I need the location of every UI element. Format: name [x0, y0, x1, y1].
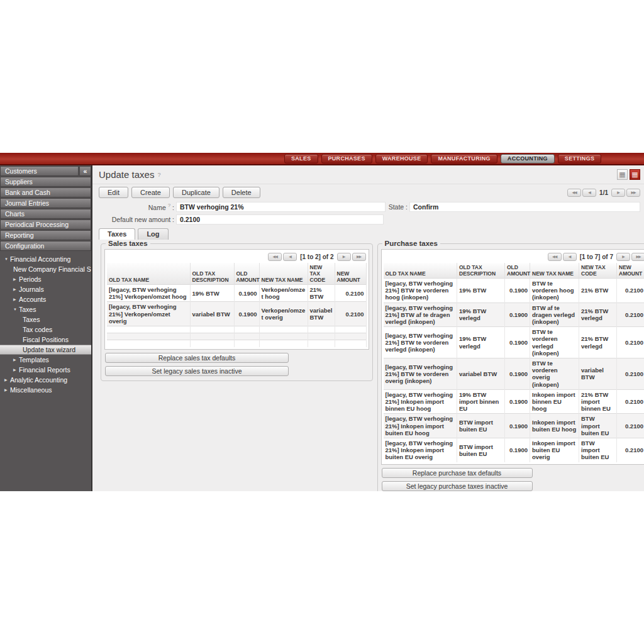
pager-prev-button[interactable]: ◀ — [563, 253, 577, 261]
column-header-new-amount[interactable]: NEW AMOUNT — [335, 263, 366, 285]
table-row[interactable]: [legacy, BTW verhoging 21%] BTW te vorde… — [384, 358, 644, 390]
sidebar-section-periodical-processing[interactable]: Periodical Processing — [0, 219, 91, 230]
sales-table-pager: ◀◀◀[1 to 2] of 2▶▶▶ — [107, 252, 367, 263]
menu-settings[interactable]: SETTINGS — [558, 154, 601, 164]
pager-first-button[interactable]: ◀◀ — [268, 253, 282, 261]
pager-first-button[interactable]: ◀◀ — [548, 253, 562, 261]
sidebar-section-row: Configuration — [0, 241, 91, 251]
pager-prev-button[interactable]: ◀ — [582, 189, 596, 197]
sidebar-section-configuration[interactable]: Configuration — [0, 241, 91, 251]
tab-log[interactable]: Log — [138, 228, 168, 240]
menu-accounting[interactable]: ACCOUNTING — [501, 154, 555, 164]
sidebar-section-charts[interactable]: Charts — [0, 209, 91, 219]
column-header-new-tax-code[interactable]: NEW TAX CODE — [579, 263, 617, 279]
sidebar-section-bank-and-cash[interactable]: Bank and Cash — [0, 187, 91, 197]
sidebar-item-templates[interactable]: ▶Templates — [0, 355, 91, 365]
amount-field-row: Default new amount : 0.2100 — [92, 214, 640, 225]
tab-taxes[interactable]: Taxes — [99, 228, 135, 240]
sales-taxes-panel: Sales taxes ◀◀◀[1 to 2] of 2▶▶▶ OLD TAX … — [101, 240, 373, 381]
replace-sales-tax-defaults-button[interactable]: Replace sales tax defaults — [105, 353, 289, 363]
set-legacy-sales-taxes-inactive-button[interactable]: Set legacy sales taxes inactive — [105, 366, 289, 376]
pager-label: [1 to 7] of 7 — [578, 253, 615, 260]
column-header-old-amount[interactable]: OLD AMOUNT — [505, 263, 530, 279]
app-body: Customers«SuppliersBank and CashJournal … — [0, 165, 644, 491]
pager-next-button[interactable]: ▶ — [337, 253, 351, 261]
edit-button[interactable]: Edit — [99, 187, 128, 198]
table-row[interactable]: [legacy, BTW verhoging 21%] BTW te vorde… — [384, 279, 644, 303]
form-view-icon[interactable]: ▦ — [630, 169, 640, 180]
table-row[interactable]: [legacy, BTW verhoging 21%] Verkopen/omz… — [107, 302, 366, 326]
cell — [335, 326, 366, 333]
table-row[interactable]: [legacy, BTW verhoging 21%] Verkopen/omz… — [107, 285, 366, 302]
pager-first-button[interactable]: ◀◀ — [567, 189, 581, 197]
sidebar-item-taxes[interactable]: ▼Taxes — [0, 304, 91, 314]
sidebar-section-row: Charts — [0, 209, 91, 219]
cell: 0.1900 — [505, 303, 530, 327]
state-input[interactable]: Confirm — [409, 202, 640, 212]
table-row[interactable]: [legacy, BTW verhoging 21%] Inkopen impo… — [384, 438, 644, 462]
column-header-new-tax-code[interactable]: NEW TAX CODE — [308, 263, 335, 285]
cell: 0.1900 — [505, 438, 530, 462]
pager-next-button[interactable]: ▶ — [611, 189, 625, 197]
sidebar-section-journal-entries[interactable]: Journal Entries — [0, 198, 91, 208]
page-title: Update taxes — [99, 169, 154, 180]
menu-warehouse[interactable]: WAREHOUSE — [375, 154, 428, 164]
table-row[interactable]: [legacy, BTW verhoging 21%] Inkopen impo… — [384, 414, 644, 438]
sales-panel-buttons: Replace sales tax defaultsSet legacy sal… — [104, 353, 369, 376]
column-header-old-tax-name[interactable]: OLD TAX NAME — [107, 263, 190, 285]
create-button[interactable]: Create — [131, 187, 170, 198]
pager-last-button[interactable]: ▶▶ — [631, 253, 644, 261]
table-row[interactable]: [legacy, BTW verhoging 21%] Inkopen impo… — [384, 389, 644, 414]
sidebar-item-periods[interactable]: ▶Periods — [0, 274, 91, 284]
cell — [259, 340, 308, 347]
sidebar-section-customers[interactable]: Customers — [0, 166, 79, 176]
column-header-new-tax-name[interactable]: NEW TAX NAME — [530, 263, 579, 279]
column-header-old-tax-description[interactable]: OLD TAX DESCRIPTION — [190, 263, 234, 285]
column-header-old-tax-name[interactable]: OLD TAX NAME — [384, 263, 457, 279]
pager-last-button[interactable]: ▶▶ — [626, 189, 640, 197]
cell: 0.2100 — [617, 327, 644, 358]
view-switcher: ▦ ▦ — [617, 169, 640, 180]
sidebar-section-suppliers[interactable]: Suppliers — [0, 177, 91, 187]
cell — [107, 340, 190, 347]
column-header-old-tax-description[interactable]: OLD TAX DESCRIPTION — [457, 263, 505, 279]
cell: Inkopen import buiten EU hoog — [530, 414, 579, 438]
list-view-icon[interactable]: ▦ — [617, 169, 628, 180]
sidebar-collapse-icon[interactable]: « — [79, 166, 91, 176]
table-row[interactable]: [legacy, BTW verhoging 21%] BTW af te dr… — [384, 303, 644, 327]
table-row[interactable]: [legacy, BTW verhoging 21%] BTW te vorde… — [384, 327, 644, 358]
sidebar-item-analytic-accounting[interactable]: ▶Analytic Accounting — [0, 375, 91, 385]
cell: 0.1900 — [505, 279, 530, 303]
sidebar-item-financial-reports[interactable]: ▶Financial Reports — [0, 365, 91, 375]
column-header-new-amount[interactable]: NEW AMOUNT — [617, 263, 644, 279]
default-amount-input[interactable]: 0.2100 — [176, 214, 384, 225]
pager-prev-button[interactable]: ◀ — [283, 253, 297, 261]
menu-sales[interactable]: SALES — [284, 154, 318, 164]
sidebar-item-new-company-financial-setti[interactable]: New Company Financial Setti... — [0, 264, 91, 274]
set-legacy-purchase-taxes-inactive-button[interactable]: Set legacy purchase taxes inactive — [382, 481, 533, 491]
cell: 21% BTW import binnen EU — [579, 389, 617, 414]
duplicate-button[interactable]: Duplicate — [173, 187, 219, 198]
pager-last-button[interactable]: ▶▶ — [352, 253, 366, 261]
delete-button[interactable]: Delete — [223, 187, 260, 198]
sidebar-item-accounts[interactable]: ▶Accounts — [0, 294, 91, 304]
menu-purchases[interactable]: PURCHASES — [321, 154, 372, 164]
sidebar-item-financial-accounting[interactable]: ▼Financial Accounting — [0, 254, 91, 264]
name-input[interactable]: BTW verhoging 21% — [176, 202, 386, 212]
replace-purchase-tax-defaults-button[interactable]: Replace purchase tax defaults — [382, 468, 533, 478]
cell: variabel BTW — [579, 358, 617, 390]
help-icon[interactable]: ? — [157, 172, 160, 178]
pager-next-button[interactable]: ▶ — [616, 253, 630, 261]
cell: 0.1900 — [505, 389, 530, 414]
sidebar-item-tax-codes[interactable]: Tax codes — [0, 325, 91, 335]
chevron-right-icon: ▶ — [13, 294, 19, 304]
sidebar-section-reporting[interactable]: Reporting — [0, 230, 91, 240]
column-header-new-tax-name[interactable]: NEW TAX NAME — [259, 263, 308, 285]
sidebar-item-journals[interactable]: ▶Journals — [0, 284, 91, 294]
sidebar-item-fiscal-positions[interactable]: Fiscal Positions — [0, 335, 91, 345]
sidebar-item-taxes[interactable]: Taxes — [0, 314, 91, 325]
column-header-old-amount[interactable]: OLD AMOUNT — [234, 263, 259, 285]
sidebar-item-miscellaneous[interactable]: ▶Miscellaneous — [0, 385, 91, 395]
sidebar-item-update-tax-wizard[interactable]: Update tax wizard — [0, 345, 91, 355]
menu-manufacturing[interactable]: MANUFACTURING — [431, 154, 497, 164]
